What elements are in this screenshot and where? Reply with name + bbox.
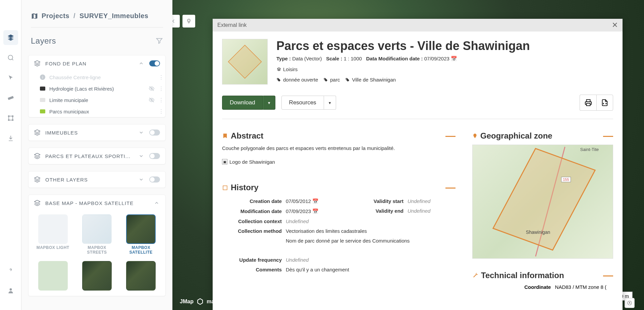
download-button-group: Download ▾ xyxy=(222,96,275,110)
group-toggle[interactable] xyxy=(149,176,160,183)
svg-point-6 xyxy=(9,288,12,291)
more-icon[interactable]: ⋮ xyxy=(159,108,160,114)
print-button[interactable] xyxy=(580,95,596,111)
logo-placeholder: ▣ Logo de Shawinigan xyxy=(222,159,455,165)
eye-off-icon[interactable] xyxy=(149,86,155,92)
record-title: Parcs et espaces verts - Ville de Shawin… xyxy=(276,39,613,53)
chevron-down-icon xyxy=(139,177,145,182)
category-tag: Loisirs xyxy=(276,66,298,72)
broken-image-icon: ▣ xyxy=(222,159,227,164)
tech-section-head: Technical information — xyxy=(472,271,613,280)
basemap-option-streets[interactable]: MAPBOX STREETS xyxy=(78,214,116,255)
record-thumbnail xyxy=(222,39,268,85)
svg-point-0 xyxy=(8,55,12,60)
geo-zone-map[interactable]: 155 Saint-Tite Shawinigan xyxy=(472,145,613,259)
xml-button[interactable] xyxy=(596,95,613,111)
cursor-tool[interactable] xyxy=(3,70,18,85)
breadcrumb-root: Projects xyxy=(42,12,69,20)
basemap-option[interactable] xyxy=(78,261,116,291)
svg-rect-1 xyxy=(8,96,14,100)
layers-icon xyxy=(34,129,41,136)
download-button[interactable]: Download xyxy=(222,96,263,110)
user-tool[interactable] xyxy=(3,283,18,298)
bookmark-icon xyxy=(222,133,228,139)
layer-row[interactable]: Parcs municipaux ⋮ xyxy=(29,106,165,117)
basemap-option[interactable] xyxy=(34,261,72,291)
basemap-thumb xyxy=(38,214,68,244)
collapse-icon[interactable]: — xyxy=(445,185,455,191)
back-button[interactable] xyxy=(172,15,180,28)
external-link-modal: External link ✕ Parcs et espaces verts -… xyxy=(213,19,623,310)
layer-group-fond: FOND DE PLAN i Chaussée Centre-ligne ⋮ H… xyxy=(28,55,166,117)
layer-group-other: OTHER LAYERS xyxy=(28,171,166,188)
collapse-icon[interactable]: — xyxy=(603,133,613,139)
layers-icon xyxy=(34,60,41,67)
layers-icon xyxy=(34,153,41,159)
svg-point-4 xyxy=(8,119,9,120)
jmap-logo: JMap xyxy=(180,299,194,305)
coord-row: Coordinate NAD83 / MTM zone 8 ( xyxy=(472,284,613,290)
locate-button[interactable] xyxy=(182,15,195,28)
close-icon[interactable]: ✕ xyxy=(612,22,618,28)
layer-row[interactable]: Limite municipale ⋮ xyxy=(29,94,165,106)
tag-item: Ville de Shawinigan xyxy=(345,77,396,83)
info-badge-icon: i xyxy=(40,74,45,80)
layer-row[interactable]: i Chaussée Centre-ligne ⋮ xyxy=(29,71,165,83)
chevron-up-icon xyxy=(139,61,145,66)
collapse-icon[interactable]: — xyxy=(445,133,455,139)
layers-panel: Projects / SURVEY_Immeubles Layers FOND … xyxy=(21,0,172,310)
basemap-option-satellite[interactable]: MAPBOX SATELLITE xyxy=(122,214,160,255)
basemap-thumb xyxy=(126,214,156,244)
download-tool[interactable] xyxy=(3,131,18,146)
svg-point-2 xyxy=(8,116,9,117)
wrench-icon xyxy=(472,272,478,278)
group-header[interactable]: PARCS ET PLATEAUX SPORTI... xyxy=(29,148,165,164)
map-label: Shawinigan xyxy=(526,229,550,235)
search-tool[interactable] xyxy=(3,50,18,65)
annotation-button[interactable] xyxy=(625,298,635,308)
chevron-up-icon xyxy=(154,200,160,206)
more-icon[interactable]: ⋮ xyxy=(159,97,160,103)
breadcrumb[interactable]: Projects / SURVEY_Immeubles xyxy=(21,0,172,22)
calendar-icon: 📅 xyxy=(451,56,457,61)
abstract-text: Couche polygonale des parcs et espaces v… xyxy=(222,145,455,152)
group-header[interactable]: OTHER LAYERS xyxy=(29,171,165,188)
basemap-section: BASE MAP - MAPBOX SATELLITE MAPBOX LIGHT… xyxy=(28,195,166,296)
measure-tool[interactable] xyxy=(3,91,18,105)
more-icon[interactable]: ⋮ xyxy=(159,74,160,80)
layers-title: Layers xyxy=(31,36,56,46)
chevron-down-icon xyxy=(139,130,145,135)
breadcrumb-project: SURVEY_Immeubles xyxy=(79,12,149,20)
polygon-tool[interactable] xyxy=(3,111,18,125)
group-toggle[interactable] xyxy=(149,130,160,136)
eye-off-icon[interactable] xyxy=(149,97,155,103)
basemap-option[interactable] xyxy=(122,261,160,291)
geo-section-head: Geographical zone — xyxy=(472,131,613,141)
layer-group-parcs: PARCS ET PLATEAUX SPORTI... xyxy=(28,148,166,164)
help-tool[interactable] xyxy=(3,263,18,278)
layers-tool[interactable] xyxy=(3,30,18,45)
layer-swatch xyxy=(40,109,45,113)
group-header[interactable]: FOND DE PLAN xyxy=(29,55,165,71)
group-toggle[interactable] xyxy=(149,153,160,159)
filter-icon[interactable] xyxy=(156,37,163,45)
group-header[interactable]: IMMEUBLES xyxy=(29,124,165,141)
abstract-section-head: Abstract — xyxy=(222,131,455,141)
resources-button-group: Resources ▾ xyxy=(281,96,336,110)
resources-button[interactable]: Resources xyxy=(281,96,324,110)
layers-icon xyxy=(34,200,41,206)
modal-header: External link ✕ xyxy=(213,19,623,32)
resources-caret[interactable]: ▾ xyxy=(324,96,336,110)
collapse-icon[interactable]: — xyxy=(603,272,613,278)
chevron-down-icon xyxy=(139,153,145,159)
modal-title: External link xyxy=(217,22,247,28)
group-header[interactable]: BASE MAP - MAPBOX SATELLITE xyxy=(29,195,165,211)
calendar-icon xyxy=(222,185,228,191)
group-toggle[interactable] xyxy=(149,60,160,66)
layer-row[interactable]: Hydrologie (Lacs et Rivières) ⋮ xyxy=(29,83,165,94)
more-icon[interactable]: ⋮ xyxy=(159,86,160,92)
download-caret[interactable]: ▾ xyxy=(263,96,275,110)
basemap-option-light[interactable]: MAPBOX LIGHT xyxy=(34,214,72,255)
layer-swatch xyxy=(40,98,45,102)
history-section-head: History — xyxy=(222,183,455,192)
